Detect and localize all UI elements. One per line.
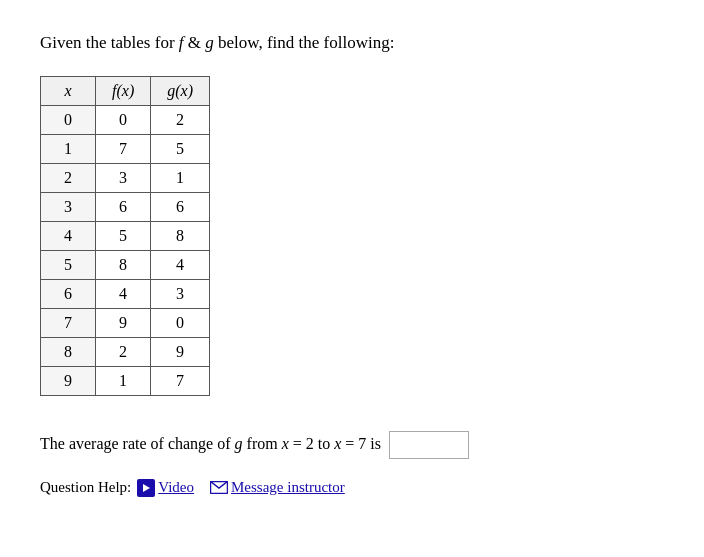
problem-statement: Given the tables for f & g below, find t… — [40, 30, 664, 56]
data-table: x f(x) g(x) 0021752313664585846437908299… — [40, 76, 210, 396]
table-cell-col1: 9 — [96, 308, 151, 337]
table-cell-col2: 2 — [151, 105, 210, 134]
table-cell-col2: 4 — [151, 250, 210, 279]
table-cell-col0: 5 — [41, 250, 96, 279]
message-instructor-link[interactable]: Message instructor — [231, 479, 345, 496]
table-cell-col1: 2 — [96, 337, 151, 366]
svg-marker-0 — [143, 484, 150, 492]
question-help-section: Question Help: Video Message instructor — [40, 479, 664, 497]
table-cell-col1: 3 — [96, 163, 151, 192]
table-cell-col0: 0 — [41, 105, 96, 134]
table-container: x f(x) g(x) 0021752313664585846437908299… — [40, 76, 210, 396]
table-cell-col1: 7 — [96, 134, 151, 163]
table-cell-col1: 6 — [96, 192, 151, 221]
table-cell-col0: 2 — [41, 163, 96, 192]
table-cell-col2: 9 — [151, 337, 210, 366]
table-cell-col2: 7 — [151, 366, 210, 395]
statement-post: below, find the following: — [214, 33, 395, 52]
col-header-fx: f(x) — [96, 76, 151, 105]
table-cell-col2: 1 — [151, 163, 210, 192]
question-help-label: Question Help: — [40, 479, 131, 496]
table-cell-col2: 6 — [151, 192, 210, 221]
avg-rate-text-mid: from — [243, 435, 282, 452]
avg-rate-section: The average rate of change of g from x =… — [40, 430, 664, 459]
col-header-x: x — [41, 76, 96, 105]
table-cell-col0: 8 — [41, 337, 96, 366]
table-cell-col0: 1 — [41, 134, 96, 163]
g-var: g — [205, 33, 214, 52]
table-cell-col1: 4 — [96, 279, 151, 308]
table-header-row: x f(x) g(x) — [41, 76, 210, 105]
statement-pre: Given the tables for — [40, 33, 179, 52]
avg-rate-text-pre: The average rate of change of — [40, 435, 235, 452]
table-cell-col2: 5 — [151, 134, 210, 163]
table-row: 643 — [41, 279, 210, 308]
video-icon — [137, 479, 155, 497]
table-cell-col0: 9 — [41, 366, 96, 395]
video-link-wrap: Video — [137, 479, 194, 497]
table-cell-col2: 3 — [151, 279, 210, 308]
video-link[interactable]: Video — [158, 479, 194, 496]
avg-g-var: g — [235, 435, 243, 452]
col-header-gx: g(x) — [151, 76, 210, 105]
table-cell-col1: 5 — [96, 221, 151, 250]
avg-eq1: = 2 to — [289, 435, 334, 452]
envelope-icon — [210, 481, 228, 494]
table-cell-col0: 4 — [41, 221, 96, 250]
table-row: 175 — [41, 134, 210, 163]
table-row: 458 — [41, 221, 210, 250]
message-link-wrap: Message instructor — [210, 479, 345, 496]
play-icon — [141, 483, 151, 493]
table-cell-col2: 8 — [151, 221, 210, 250]
ampersand: & — [184, 33, 206, 52]
table-row: 829 — [41, 337, 210, 366]
table-cell-col1: 1 — [96, 366, 151, 395]
table-row: 917 — [41, 366, 210, 395]
avg-x-var: x — [282, 435, 289, 452]
table-cell-col0: 3 — [41, 192, 96, 221]
table-row: 366 — [41, 192, 210, 221]
answer-input[interactable] — [389, 431, 469, 459]
table-row: 790 — [41, 308, 210, 337]
table-cell-col0: 7 — [41, 308, 96, 337]
table-cell-col1: 8 — [96, 250, 151, 279]
mail-icon — [210, 481, 228, 495]
table-cell-col2: 0 — [151, 308, 210, 337]
avg-eq2: = 7 is — [341, 435, 385, 452]
table-row: 231 — [41, 163, 210, 192]
table-cell-col1: 0 — [96, 105, 151, 134]
table-row: 584 — [41, 250, 210, 279]
table-cell-col0: 6 — [41, 279, 96, 308]
table-row: 002 — [41, 105, 210, 134]
